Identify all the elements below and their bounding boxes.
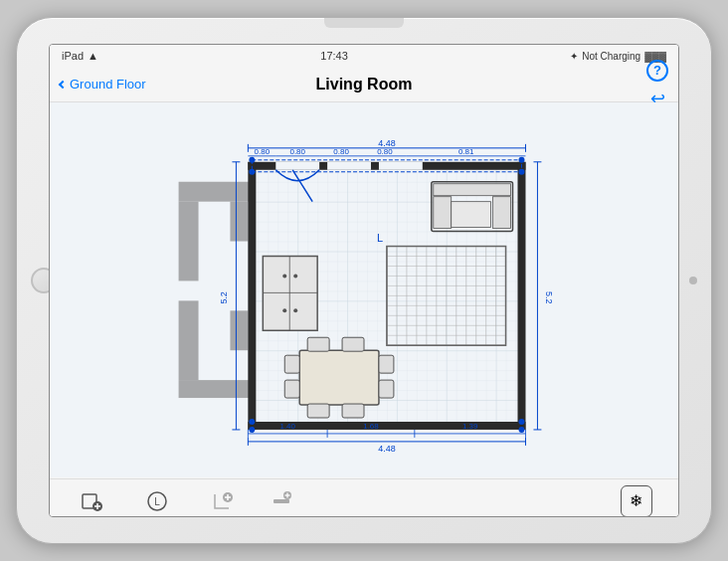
svg-text:4.48: 4.48 [378, 444, 395, 454]
svg-point-67 [249, 427, 255, 433]
svg-text:5.2: 5.2 [544, 291, 554, 303]
svg-rect-8 [230, 310, 248, 350]
svg-rect-13 [275, 162, 319, 170]
svg-rect-19 [434, 197, 452, 229]
svg-rect-54 [307, 404, 329, 418]
svg-rect-59 [379, 380, 394, 398]
svg-rect-12 [518, 162, 526, 430]
status-time: 17:43 [320, 50, 348, 62]
svg-rect-14 [327, 162, 371, 170]
svg-rect-6 [179, 380, 251, 398]
svg-rect-18 [434, 184, 511, 196]
status-left: iPad ▲ [62, 50, 98, 62]
ipad-shell: iPad ▲ 17:43 ✦ Not Charging ▓▓▓ Ground F… [16, 17, 712, 544]
svg-rect-20 [493, 197, 511, 229]
svg-point-66 [519, 419, 525, 425]
svg-rect-115 [273, 499, 289, 503]
room-lw-icon: L [143, 487, 171, 515]
freeze-icon: ❄ [621, 485, 652, 517]
svg-point-61 [249, 157, 255, 163]
svg-point-48 [293, 274, 297, 278]
add-corner-icon [208, 487, 236, 515]
bluetooth-icon: ✦ [570, 51, 578, 62]
svg-text:0.80: 0.80 [289, 147, 305, 156]
floorplan-area[interactable]: 4.48 0.80 0.80 0.80 0.80 0.81 4.48 [50, 102, 678, 478]
battery-status: Not Charging [582, 51, 640, 62]
svg-rect-11 [248, 162, 256, 430]
svg-rect-53 [342, 337, 364, 351]
svg-point-62 [519, 157, 525, 163]
svg-point-64 [519, 169, 525, 175]
device-name: iPad [62, 50, 84, 62]
add-corner-button[interactable]: Add Corner [199, 487, 245, 518]
add-corner-label: Add Corner [199, 517, 245, 518]
svg-rect-15 [379, 162, 423, 170]
room-lw-button[interactable]: L Room L/W [136, 487, 179, 518]
svg-text:1.68: 1.68 [363, 422, 379, 431]
svg-rect-52 [307, 337, 329, 351]
add-wall-label: Add Wall [265, 517, 300, 518]
floor-plan-svg: 4.48 0.80 0.80 0.80 0.80 0.81 4.48 [50, 102, 678, 477]
ipad-camera [324, 18, 404, 28]
svg-rect-56 [284, 355, 299, 373]
svg-point-47 [282, 274, 286, 278]
svg-point-63 [249, 169, 255, 175]
svg-rect-55 [342, 404, 364, 418]
svg-rect-58 [379, 355, 394, 373]
toolbar-items: Insert Object L Room L/W [66, 487, 299, 518]
svg-rect-51 [299, 350, 379, 405]
svg-rect-57 [284, 380, 299, 398]
svg-text:0.80: 0.80 [377, 147, 393, 156]
svg-rect-3 [179, 182, 251, 202]
side-button[interactable] [689, 277, 697, 284]
freeze-walls-button[interactable]: ❄ Freeze Walls [611, 485, 662, 518]
insert-object-icon [78, 487, 105, 515]
svg-rect-21 [452, 202, 491, 228]
nav-bar: Ground Floor Living Room ? ↩ [50, 67, 678, 102]
nav-right-icons: ? ↩ [646, 60, 668, 109]
chevron-icon [59, 80, 67, 88]
svg-text:L: L [155, 496, 161, 507]
screen: iPad ▲ 17:43 ✦ Not Charging ▓▓▓ Ground F… [49, 44, 679, 517]
svg-rect-4 [179, 202, 199, 281]
svg-text:1.40: 1.40 [279, 422, 295, 431]
svg-rect-7 [230, 202, 248, 242]
svg-point-49 [282, 308, 286, 312]
room-lw-label: Room L/W [136, 517, 179, 518]
insert-object-button[interactable]: Insert Object [66, 487, 116, 518]
status-bar: iPad ▲ 17:43 ✦ Not Charging ▓▓▓ [50, 45, 678, 67]
svg-text:0.81: 0.81 [458, 147, 474, 156]
insert-object-label: Insert Object [66, 517, 116, 518]
wifi-icon: ▲ [88, 50, 98, 62]
svg-text:0.80: 0.80 [333, 147, 349, 156]
help-button[interactable]: ? [646, 60, 668, 82]
svg-point-50 [293, 308, 297, 312]
back-button[interactable]: Ground Floor [60, 77, 146, 92]
svg-rect-44 [263, 257, 317, 331]
svg-text:5.2: 5.2 [219, 291, 229, 303]
svg-text:1.39: 1.39 [462, 422, 478, 431]
add-wall-button[interactable]: Add Wall [265, 487, 300, 518]
back-label: Ground Floor [70, 77, 146, 92]
svg-point-65 [249, 419, 255, 425]
toolbar: Insert Object L Room L/W [50, 478, 678, 517]
svg-text:0.80: 0.80 [255, 147, 271, 156]
svg-point-68 [519, 427, 525, 433]
add-wall-icon [268, 487, 295, 515]
svg-text:L: L [377, 232, 383, 244]
svg-rect-5 [179, 300, 199, 380]
page-title: Living Room [316, 76, 413, 94]
